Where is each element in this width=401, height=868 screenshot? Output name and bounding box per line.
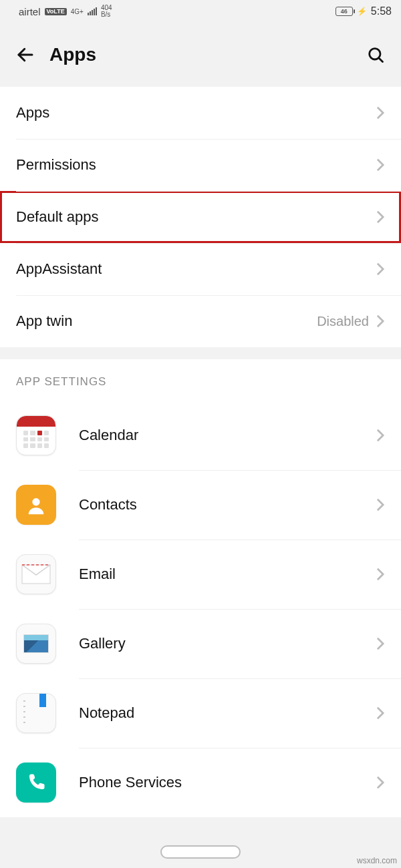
app-item-email[interactable]: Email: [0, 539, 401, 609]
app-item-contacts[interactable]: Contacts: [0, 470, 401, 539]
battery-bolt-icon: ⚡: [357, 7, 367, 16]
menu-label: Default apps: [16, 208, 376, 226]
phone-icon: [16, 763, 56, 803]
section-gap: [0, 347, 401, 359]
network-type: 4G+: [71, 8, 84, 15]
back-button[interactable]: [13, 43, 37, 67]
menu-label: Permissions: [16, 156, 376, 174]
app-label: Phone Services: [79, 774, 376, 791]
chevron-right-icon: [376, 210, 385, 224]
page-header: Apps: [0, 23, 401, 87]
menu-item-permissions[interactable]: Permissions: [0, 139, 401, 191]
carrier-label: airtel: [19, 6, 41, 17]
app-item-calendar[interactable]: Calendar: [0, 401, 401, 470]
app-item-notepad[interactable]: Notepad: [0, 678, 401, 748]
menu-label: Apps: [16, 104, 376, 122]
app-label: Notepad: [79, 704, 376, 722]
menu-item-appassistant[interactable]: AppAssistant: [0, 243, 401, 295]
app-label: Email: [79, 566, 376, 583]
chevron-right-icon: [376, 497, 385, 512]
notepad-icon: [16, 693, 56, 733]
chevron-right-icon: [376, 262, 385, 276]
section-title: APP SETTINGS: [0, 359, 401, 401]
chevron-right-icon: [376, 314, 385, 329]
status-bar: airtel VoLTE 4G+ 404B/s 46 ⚡ 5:58: [0, 0, 401, 23]
watermark: wsxdn.com: [357, 856, 397, 865]
chevron-right-icon: [376, 158, 385, 172]
data-speed: 404B/s: [101, 5, 112, 18]
status-left: airtel VoLTE 4G+ 404B/s: [19, 5, 112, 18]
volte-badge: VoLTE: [45, 8, 67, 15]
menu-item-apps[interactable]: Apps: [0, 87, 401, 139]
menu-value: Disabled: [317, 314, 369, 329]
app-label: Contacts: [79, 496, 376, 513]
status-right: 46 ⚡ 5:58: [336, 5, 392, 17]
app-item-phone-services[interactable]: Phone Services: [0, 748, 401, 817]
search-icon: [366, 45, 385, 64]
svg-point-3: [32, 498, 39, 505]
menu-item-app-twin[interactable]: App twin Disabled: [0, 295, 401, 347]
menu-label: App twin: [16, 312, 317, 330]
chevron-right-icon: [376, 775, 385, 790]
email-icon: [16, 554, 56, 594]
menu-section: Apps Permissions Default apps AppAssista…: [0, 87, 401, 347]
contacts-icon: [16, 485, 56, 525]
chevron-right-icon: [376, 706, 385, 720]
arrow-left-icon: [15, 45, 35, 65]
calendar-icon: [16, 415, 56, 455]
app-item-gallery[interactable]: Gallery: [0, 609, 401, 678]
menu-label: AppAssistant: [16, 260, 376, 278]
menu-item-default-apps[interactable]: Default apps: [0, 191, 401, 243]
chevron-right-icon: [376, 105, 385, 120]
clock: 5:58: [371, 5, 392, 17]
chevron-right-icon: [376, 567, 385, 582]
search-button[interactable]: [364, 43, 388, 67]
app-label: Calendar: [79, 427, 376, 444]
signal-icon: [88, 7, 97, 15]
app-settings-section: APP SETTINGS Calendar Contacts Email Gal…: [0, 359, 401, 817]
chevron-right-icon: [376, 636, 385, 651]
svg-line-2: [379, 58, 383, 62]
chevron-right-icon: [376, 428, 385, 443]
page-title: Apps: [49, 44, 364, 65]
app-label: Gallery: [79, 635, 376, 652]
battery-icon: 46: [336, 7, 353, 16]
gallery-icon: [16, 624, 56, 664]
navigation-pill[interactable]: [160, 845, 241, 859]
